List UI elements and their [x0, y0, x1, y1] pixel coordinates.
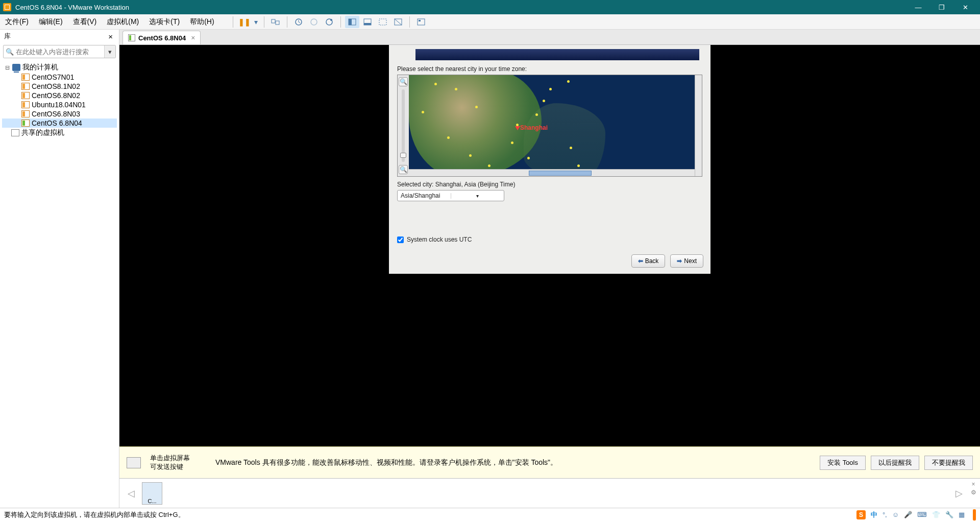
pause-button[interactable]: ❚❚ [237, 16, 252, 28]
tray-tool-icon[interactable]: 🔧 [945, 511, 953, 518]
tray-keyboard-icon[interactable]: ⌨ [917, 511, 927, 518]
selected-city-label: Selected city: Shanghai, Asia (Beijing T… [397, 181, 702, 188]
menu-edit[interactable]: 编辑(E) [37, 16, 65, 28]
installer-banner [415, 49, 699, 60]
vm-icon [21, 120, 30, 127]
menu-vm[interactable]: 虚拟机(M) [105, 16, 141, 28]
utc-label: System clock uses UTC [407, 236, 472, 243]
manage-snapshot-button[interactable] [322, 16, 336, 28]
zoom-slider[interactable] [402, 89, 405, 162]
tree-vm-item[interactable]: CentOS7N01 [2, 73, 117, 82]
svg-rect-10 [379, 19, 386, 25]
thumb-settings-button[interactable]: ⚙ [970, 489, 977, 496]
snapshot-button[interactable] [291, 16, 306, 28]
tree-shared-vms[interactable]: 共享的虚拟机 [2, 128, 117, 138]
timezone-map[interactable]: Shanghai [409, 75, 695, 169]
zoom-in-button[interactable]: 🔍 [399, 77, 408, 86]
ime-lang-indicator[interactable]: 中 [871, 510, 877, 519]
city-marker-shanghai[interactable]: Shanghai [520, 124, 548, 131]
sidebar-search[interactable]: 🔍 ▾ [3, 45, 116, 58]
unity-button[interactable] [391, 16, 405, 28]
tree-vm-item[interactable]: CentOS6.8N03 [2, 109, 117, 119]
thumb-next-button[interactable]: ▷ [951, 488, 967, 499]
vm-display-area[interactable]: Please select the nearest city in your t… [119, 45, 980, 446]
menu-tabs[interactable]: 选项卡(T) [147, 16, 182, 28]
vm-icon [21, 101, 30, 108]
tree-vm-item[interactable]: Ubuntu18.04N01 [2, 100, 117, 109]
svg-line-12 [395, 19, 402, 25]
install-tools-button[interactable]: 安装 Tools [820, 456, 866, 470]
remind-later-button[interactable]: 以后提醒我 [871, 456, 919, 470]
vm-icon [21, 83, 30, 90]
centos-installer-window: Please select the nearest city in your t… [389, 45, 710, 274]
svg-rect-0 [272, 19, 275, 23]
power-dropdown[interactable]: ▾ [253, 16, 260, 28]
vm-icon [21, 110, 30, 117]
combo-dropdown-icon[interactable]: ▾ [451, 193, 504, 199]
thumb-prev-button[interactable]: ◁ [124, 488, 139, 499]
svg-point-3 [311, 19, 317, 25]
send-ctrl-alt-del-button[interactable] [268, 16, 283, 28]
menubar: 文件(F) 编辑(E) 查看(V) 虚拟机(M) 选项卡(T) 帮助(H) ❚❚… [0, 14, 980, 30]
timezone-combo[interactable]: Asia/Shanghai ▾ [397, 190, 504, 201]
svg-point-5 [330, 19, 332, 21]
back-button[interactable]: ⬅Back [631, 254, 666, 268]
fullscreen-button[interactable] [376, 16, 390, 28]
sogou-ime-icon[interactable]: S [856, 510, 866, 519]
svg-rect-1 [276, 21, 279, 25]
tab-active-vm[interactable]: CentOS 6.8N04 × [122, 31, 201, 44]
tree-vm-item-active[interactable]: CentOS 6.8N04 [2, 119, 117, 128]
menu-view[interactable]: 查看(V) [71, 16, 99, 28]
search-icon: 🔍 [4, 48, 16, 56]
timezone-prompt: Please select the nearest city in your t… [397, 65, 702, 73]
close-button[interactable]: ✕ [953, 0, 977, 14]
thumb-close-button[interactable]: × [970, 481, 977, 488]
tab-strip: CentOS 6.8N04 × [119, 30, 980, 45]
tray-user-icon[interactable]: 👕 [932, 511, 940, 518]
menu-file[interactable]: 文件(F) [3, 16, 31, 28]
view-thumbnail-button[interactable] [360, 16, 375, 28]
tree-vm-item[interactable]: CentOS8.1N02 [2, 82, 117, 91]
toolbar: ❚❚ ▾ [230, 16, 428, 28]
vm-thumbnail[interactable]: C... [142, 482, 162, 505]
tray-handle[interactable] [973, 509, 976, 520]
library-button[interactable] [414, 16, 428, 28]
tray-smile-icon[interactable]: ☺ [892, 511, 899, 518]
minimize-button[interactable]: — [906, 0, 930, 14]
search-dropdown[interactable]: ▾ [104, 45, 115, 58]
never-remind-button[interactable]: 不要提醒我 [924, 456, 973, 470]
tab-close-button[interactable]: × [191, 34, 195, 42]
vm-icon [21, 74, 30, 81]
sidebar-title: 库 [4, 32, 106, 41]
tree-vm-item[interactable]: CentOS6.8N02 [2, 91, 117, 100]
computer-icon [12, 64, 20, 71]
view-console-button[interactable] [345, 16, 359, 28]
thumbnail-strip: ◁ C... ▷ × ⚙ [119, 478, 980, 508]
system-tray: S 中 °, ☺ 🎤 ⌨ 👕 🔧 ▦ [856, 509, 976, 520]
timezone-map-container: 🔍 🔍 [397, 75, 702, 177]
svg-rect-13 [418, 19, 425, 25]
sidebar-close-button[interactable]: × [106, 32, 115, 41]
tray-mic-icon[interactable]: 🎤 [904, 511, 912, 518]
tray-punct-icon[interactable]: °, [883, 511, 887, 518]
shared-icon [11, 129, 19, 136]
svg-rect-7 [349, 19, 352, 25]
statusbar: 要将输入定向到该虚拟机，请在虚拟机内部单击或按 Ctrl+G。 S 中 °, ☺… [0, 508, 980, 521]
map-vscrollbar[interactable] [695, 75, 702, 176]
zoom-out-button[interactable]: 🔍 [399, 165, 408, 174]
search-input[interactable] [16, 48, 104, 56]
revert-snapshot-button[interactable] [307, 16, 321, 28]
tray-grid-icon[interactable]: ▦ [959, 511, 965, 518]
window-title: CentOS 6.8N04 - VMware Workstation [15, 4, 906, 11]
vm-icon [128, 34, 135, 41]
svg-rect-14 [419, 20, 421, 21]
menu-help[interactable]: 帮助(H) [188, 16, 216, 28]
next-button[interactable]: ➡Next [670, 254, 703, 268]
utc-checkbox[interactable] [397, 236, 404, 243]
library-sidebar: 库 × 🔍 ▾ ⊟ 我的计算机 CentOS7N01 CentOS8.1N02 … [0, 30, 119, 508]
vm-tree: ⊟ 我的计算机 CentOS7N01 CentOS8.1N02 CentOS6.… [0, 60, 119, 140]
tree-my-computer[interactable]: ⊟ 我的计算机 [2, 62, 117, 73]
maximize-button[interactable]: ❐ [930, 0, 953, 14]
map-hscrollbar[interactable] [409, 169, 695, 176]
app-icon [3, 3, 11, 11]
